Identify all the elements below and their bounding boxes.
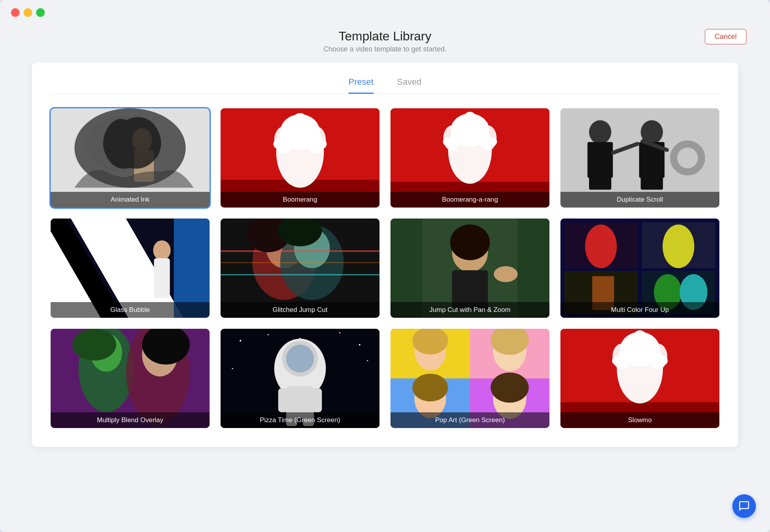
svg-point-116 xyxy=(633,330,647,344)
svg-point-87 xyxy=(367,360,368,361)
svg-rect-53 xyxy=(221,262,380,263)
svg-point-25 xyxy=(443,137,452,146)
library-panel: Preset Saved xyxy=(32,63,738,447)
template-label-pop-art: Pop Art (Green Screen) xyxy=(390,412,549,428)
minimize-button[interactable] xyxy=(24,8,32,17)
svg-point-23 xyxy=(477,120,488,131)
close-button[interactable] xyxy=(11,8,20,17)
page-header: Template Library Choose a video template… xyxy=(0,25,770,63)
svg-point-60 xyxy=(494,266,518,282)
svg-point-43 xyxy=(153,240,171,261)
template-animated-ink[interactable]: Animated Ink xyxy=(51,108,210,208)
svg-point-82 xyxy=(268,334,269,335)
template-label-pizza-time: Pizza Time (Green Screen) xyxy=(221,412,380,428)
svg-point-104 xyxy=(412,374,448,402)
maximize-button[interactable] xyxy=(36,8,45,17)
svg-point-28 xyxy=(589,120,611,144)
template-label-slowmo: Slowmo xyxy=(560,412,719,428)
template-boomerang-a-rang[interactable]: Boomerang-a-rang xyxy=(390,108,549,208)
svg-point-67 xyxy=(662,224,694,268)
template-glass-bubble[interactable]: Glass Bubble xyxy=(51,219,210,318)
template-label-animated-ink: Animated Ink xyxy=(51,192,210,208)
cancel-button[interactable]: Cancel xyxy=(705,29,746,44)
svg-point-15 xyxy=(293,113,307,127)
template-multi-color-four-up[interactable]: Multi Color Four Up xyxy=(560,219,719,318)
template-label-multi-color: Multi Color Four Up xyxy=(560,302,719,318)
svg-rect-31 xyxy=(606,142,613,178)
svg-rect-93 xyxy=(312,388,322,412)
svg-rect-34 xyxy=(639,142,645,178)
svg-point-22 xyxy=(452,120,463,131)
template-jump-cut-pan-zoom[interactable]: Jump Cut with Pan & Zoom xyxy=(390,219,549,318)
svg-point-13 xyxy=(274,139,283,149)
svg-rect-30 xyxy=(588,142,594,178)
svg-point-118 xyxy=(658,356,668,365)
svg-point-14 xyxy=(317,139,327,149)
svg-point-107 xyxy=(491,373,529,403)
tab-saved[interactable]: Saved xyxy=(397,77,421,94)
svg-point-76 xyxy=(73,329,116,361)
title-bar xyxy=(0,0,770,25)
app-window: Template Library Choose a video template… xyxy=(0,0,770,532)
svg-point-117 xyxy=(612,356,622,365)
svg-point-11 xyxy=(282,122,294,134)
template-pop-art[interactable]: Pop Art (Green Screen) xyxy=(390,329,549,428)
window-controls xyxy=(11,8,45,17)
page-subtitle: Choose a video template to get started. xyxy=(0,45,770,53)
tab-bar: Preset Saved xyxy=(51,77,719,94)
svg-point-90 xyxy=(286,345,314,373)
svg-rect-44 xyxy=(154,258,170,298)
svg-rect-52 xyxy=(221,274,380,275)
template-pizza-time[interactable]: Pizza Time (Green Screen) xyxy=(221,329,380,428)
page-title: Template Library xyxy=(0,29,770,44)
template-boomerang[interactable]: Boomerang xyxy=(221,108,380,208)
template-duplicate-scroll[interactable]: Duplicate Scroll xyxy=(560,108,719,208)
template-label-multiply: Multiply Blend Overlay xyxy=(51,412,210,428)
template-glitched-jump-cut[interactable]: Glitched Jump Cut xyxy=(221,219,380,318)
svg-point-65 xyxy=(585,224,617,268)
svg-point-26 xyxy=(488,137,497,146)
template-label-duplicate-scroll: Duplicate Scroll xyxy=(560,192,719,208)
svg-rect-51 xyxy=(221,250,380,252)
main-content: Preset Saved xyxy=(0,63,770,532)
svg-point-84 xyxy=(339,332,340,333)
chat-button[interactable] xyxy=(732,494,756,518)
svg-point-59 xyxy=(450,224,490,260)
template-label-glass-bubble: Glass Bubble xyxy=(51,302,210,318)
template-label-boomerang-a-rang: Boomerang-a-rang xyxy=(390,192,549,208)
svg-rect-92 xyxy=(278,388,288,412)
template-slowmo[interactable]: Slowmo xyxy=(560,329,719,428)
svg-point-115 xyxy=(646,340,658,352)
chat-icon xyxy=(738,500,750,512)
svg-point-24 xyxy=(463,112,476,124)
svg-point-85 xyxy=(359,344,360,346)
template-multiply-blend[interactable]: Multiply Blend Overlay xyxy=(51,329,210,428)
template-label-boomerang: Boomerang xyxy=(221,192,380,208)
template-grid: Animated Ink xyxy=(51,108,719,428)
svg-point-114 xyxy=(622,340,634,352)
template-label-glitched-jump-cut: Glitched Jump Cut xyxy=(221,302,380,318)
svg-point-86 xyxy=(232,368,233,369)
svg-point-12 xyxy=(306,122,318,134)
template-label-jump-cut: Jump Cut with Pan & Zoom xyxy=(390,302,549,318)
tab-preset[interactable]: Preset xyxy=(349,77,374,94)
svg-point-81 xyxy=(240,340,241,342)
